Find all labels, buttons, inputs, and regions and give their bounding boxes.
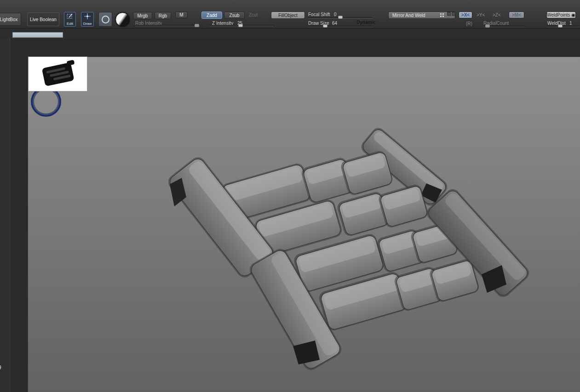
mirror-m-label: >M< bbox=[512, 12, 521, 17]
live-boolean-button[interactable]: Live Boolean bbox=[27, 12, 59, 26]
weldpoints-label: WeldPoints bbox=[547, 12, 570, 17]
edit-button[interactable]: Edit bbox=[64, 12, 76, 27]
tool-thumbnail[interactable] bbox=[28, 57, 87, 91]
document-canvas[interactable] bbox=[28, 57, 580, 392]
lightbox-button[interactable]: LightBox bbox=[0, 13, 21, 26]
toolbar-shelf bbox=[0, 28, 580, 39]
zbrush-app: LightBox Live Boolean Edit Draw Mrgb Rgb… bbox=[0, 0, 580, 392]
mirror-extra-button-1[interactable] bbox=[447, 12, 451, 16]
fillobject-button[interactable]: FillObject bbox=[271, 11, 305, 19]
rgb-intensity-slider[interactable] bbox=[135, 25, 200, 26]
mirror-z-button[interactable]: >Z< bbox=[493, 12, 501, 17]
focal-shift-knob[interactable] bbox=[338, 16, 343, 19]
mirror-x-button[interactable]: >X< bbox=[459, 11, 472, 18]
zadd-label: Zadd bbox=[207, 13, 217, 18]
mirror-y-button[interactable]: >Y< bbox=[477, 12, 485, 17]
welddist-slider[interactable] bbox=[547, 26, 580, 27]
draw-button[interactable]: Draw bbox=[81, 12, 94, 27]
z-intensity-knob[interactable] bbox=[238, 24, 243, 27]
model-svg[interactable] bbox=[28, 57, 580, 392]
m-label: M bbox=[179, 12, 183, 17]
top-progress-bar[interactable] bbox=[12, 32, 63, 38]
target-icon: ◉ bbox=[571, 13, 575, 17]
lightbox-label: LightBox bbox=[0, 17, 17, 22]
live-boolean-label: Live Boolean bbox=[30, 17, 57, 22]
draw-label: Draw bbox=[83, 22, 92, 26]
dynamic-label: Dynamic bbox=[356, 20, 376, 25]
top-toolbar: LightBox Live Boolean Edit Draw Mrgb Rgb… bbox=[0, 0, 580, 28]
edit-label: Edit bbox=[67, 22, 73, 26]
edit-icon bbox=[67, 13, 73, 21]
m-button[interactable]: M bbox=[175, 11, 188, 18]
stroke-type-button[interactable] bbox=[98, 12, 112, 27]
draw-size-knob[interactable] bbox=[323, 24, 327, 28]
weldpoints-button[interactable]: WeldPoints ◉ bbox=[546, 11, 576, 18]
fillobject-label: FillObject bbox=[278, 13, 298, 18]
tool-thumbnail-icon bbox=[29, 57, 87, 91]
zadd-button[interactable]: Zadd bbox=[201, 11, 222, 19]
focal-shift-value: 0 bbox=[334, 12, 337, 17]
radialcount-knob[interactable] bbox=[485, 24, 490, 28]
radial-r-label: (R) bbox=[466, 21, 472, 26]
mirror-x-label: >X< bbox=[461, 12, 470, 17]
brush-preview-sphere[interactable] bbox=[115, 12, 130, 27]
welddist-value: 1 bbox=[569, 21, 572, 26]
zsub-button[interactable]: Zsub bbox=[224, 11, 245, 19]
rgb-button[interactable]: Rgb bbox=[155, 12, 171, 19]
mirror-m-button[interactable]: >M< bbox=[509, 11, 524, 18]
mirror-and-weld-button[interactable]: Mirror And Weld bbox=[388, 11, 455, 19]
draw-size-value: 64 bbox=[332, 21, 337, 26]
zcut-button[interactable]: Zcut bbox=[249, 12, 258, 17]
focal-shift-label: Focal Shift bbox=[308, 12, 330, 17]
mirror-and-weld-label: Mirror And Weld bbox=[392, 13, 425, 18]
rgb-label: Rgb bbox=[159, 13, 167, 18]
grid-icon bbox=[440, 13, 444, 17]
welddist-knob[interactable] bbox=[558, 24, 563, 28]
draw-size-slider[interactable] bbox=[308, 26, 373, 27]
welddist-label: WeldDist bbox=[547, 21, 566, 26]
left-tray[interactable]: 9 bbox=[0, 39, 10, 392]
mrgb-button[interactable]: Mrgb bbox=[133, 12, 152, 19]
rgb-intensity-knob[interactable] bbox=[195, 24, 199, 27]
zsub-label: Zsub bbox=[229, 13, 239, 18]
left-tray-partial-text: 9 bbox=[0, 364, 1, 371]
mirror-extra-button-2[interactable] bbox=[452, 12, 455, 16]
draw-icon bbox=[84, 13, 91, 21]
mrgb-label: Mrgb bbox=[138, 13, 148, 18]
circle-stroke-icon bbox=[102, 16, 109, 23]
